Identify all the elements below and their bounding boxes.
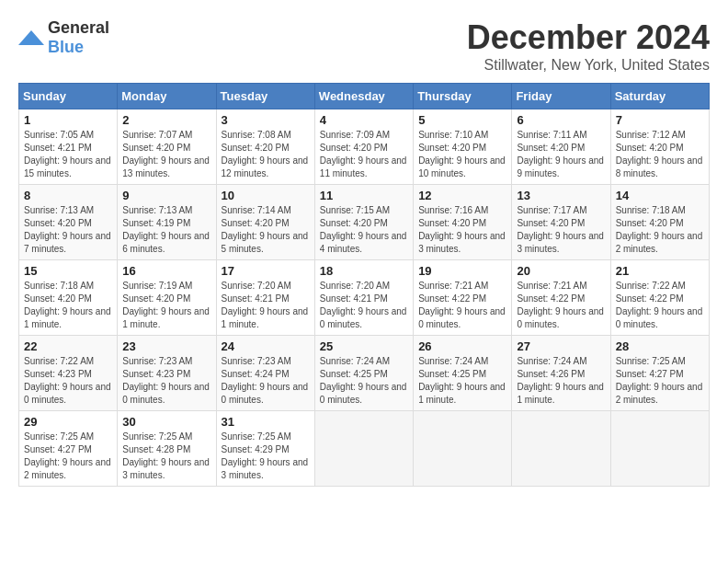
day-number: 28 [616,339,704,353]
day-info: Sunrise: 7:21 AMSunset: 4:22 PMDaylight:… [517,280,605,331]
calendar-cell: 14 Sunrise: 7:18 AMSunset: 4:20 PMDaylig… [610,185,709,260]
day-info: Sunrise: 7:16 AMSunset: 4:20 PMDaylight:… [418,204,506,256]
calendar-header-thursday: Thursday [414,84,512,109]
day-info: Sunrise: 7:25 AMSunset: 4:27 PMDaylight:… [24,431,112,482]
day-info: Sunrise: 7:08 AMSunset: 4:20 PMDaylight:… [222,129,310,180]
day-info: Sunrise: 7:25 AMSunset: 4:27 PMDaylight:… [616,355,704,407]
calendar-body: 1 Sunrise: 7:05 AMSunset: 4:21 PMDayligh… [19,109,710,487]
day-info: Sunrise: 7:18 AMSunset: 4:20 PMDaylight:… [616,204,704,256]
calendar-cell [512,411,610,487]
logo-blue: Blue [48,38,84,56]
day-number: 10 [222,189,310,202]
day-number: 25 [320,339,408,353]
day-number: 19 [418,264,506,278]
day-info: Sunrise: 7:21 AMSunset: 4:22 PMDaylight:… [418,280,506,331]
calendar-cell: 27 Sunrise: 7:24 AMSunset: 4:26 PMDaylig… [512,336,610,411]
day-info: Sunrise: 7:25 AMSunset: 4:28 PMDaylight:… [122,431,210,482]
day-info: Sunrise: 7:20 AMSunset: 4:21 PMDaylight:… [222,280,310,331]
day-info: Sunrise: 7:07 AMSunset: 4:20 PMDaylight:… [122,129,210,180]
day-info: Sunrise: 7:11 AMSunset: 4:20 PMDaylight:… [517,129,605,180]
calendar-cell: 13 Sunrise: 7:17 AMSunset: 4:20 PMDaylig… [512,185,610,260]
calendar-cell: 10 Sunrise: 7:14 AMSunset: 4:20 PMDaylig… [216,185,314,260]
calendar-cell: 29 Sunrise: 7:25 AMSunset: 4:27 PMDaylig… [19,411,118,487]
calendar-week-5: 29 Sunrise: 7:25 AMSunset: 4:27 PMDaylig… [19,411,710,487]
calendar-cell: 15 Sunrise: 7:18 AMSunset: 4:20 PMDaylig… [19,260,118,336]
day-number: 5 [418,113,506,127]
calendar-header-tuesday: Tuesday [216,84,314,109]
day-number: 14 [616,189,704,202]
calendar-cell: 21 Sunrise: 7:22 AMSunset: 4:22 PMDaylig… [610,260,709,336]
day-number: 8 [24,189,112,202]
calendar-header-wednesday: Wednesday [314,84,413,109]
calendar-cell: 6 Sunrise: 7:11 AMSunset: 4:20 PMDayligh… [512,109,610,185]
calendar-cell: 12 Sunrise: 7:16 AMSunset: 4:20 PMDaylig… [414,185,512,260]
calendar-cell: 31 Sunrise: 7:25 AMSunset: 4:29 PMDaylig… [216,411,314,487]
day-info: Sunrise: 7:19 AMSunset: 4:20 PMDaylight:… [122,280,210,331]
day-number: 27 [517,339,605,353]
calendar-cell: 16 Sunrise: 7:19 AMSunset: 4:20 PMDaylig… [118,260,216,336]
page-header: General Blue December 2024 Stillwater, N… [18,18,710,74]
calendar-header-row: SundayMondayTuesdayWednesdayThursdayFrid… [19,84,710,109]
day-info: Sunrise: 7:15 AMSunset: 4:20 PMDaylight:… [320,204,408,256]
calendar-cell: 2 Sunrise: 7:07 AMSunset: 4:20 PMDayligh… [118,109,216,185]
day-number: 13 [517,189,605,202]
day-number: 22 [24,339,112,353]
calendar-cell: 1 Sunrise: 7:05 AMSunset: 4:21 PMDayligh… [19,109,118,185]
calendar-week-3: 15 Sunrise: 7:18 AMSunset: 4:20 PMDaylig… [19,260,710,336]
day-info: Sunrise: 7:23 AMSunset: 4:24 PMDaylight:… [222,355,310,407]
calendar-cell: 11 Sunrise: 7:15 AMSunset: 4:20 PMDaylig… [314,185,413,260]
day-info: Sunrise: 7:24 AMSunset: 4:25 PMDaylight:… [320,355,408,407]
calendar-cell: 25 Sunrise: 7:24 AMSunset: 4:25 PMDaylig… [314,336,413,411]
calendar-cell [314,411,413,487]
day-info: Sunrise: 7:18 AMSunset: 4:20 PMDaylight:… [24,280,112,331]
calendar-cell: 5 Sunrise: 7:10 AMSunset: 4:20 PMDayligh… [414,109,512,185]
calendar-table: SundayMondayTuesdayWednesdayThursdayFrid… [18,83,710,487]
calendar-cell [610,411,709,487]
calendar-cell: 20 Sunrise: 7:21 AMSunset: 4:22 PMDaylig… [512,260,610,336]
calendar-cell: 19 Sunrise: 7:21 AMSunset: 4:22 PMDaylig… [414,260,512,336]
calendar-cell: 4 Sunrise: 7:09 AMSunset: 4:20 PMDayligh… [314,109,413,185]
day-info: Sunrise: 7:23 AMSunset: 4:23 PMDaylight:… [122,355,210,407]
calendar-week-4: 22 Sunrise: 7:22 AMSunset: 4:23 PMDaylig… [19,336,710,411]
calendar-header-saturday: Saturday [610,84,709,109]
day-info: Sunrise: 7:20 AMSunset: 4:21 PMDaylight:… [320,280,408,331]
calendar-cell: 30 Sunrise: 7:25 AMSunset: 4:28 PMDaylig… [118,411,216,487]
logo-icon [18,29,44,47]
day-number: 20 [517,264,605,278]
day-number: 17 [222,264,310,278]
calendar-cell: 23 Sunrise: 7:23 AMSunset: 4:23 PMDaylig… [118,336,216,411]
day-number: 7 [616,113,704,127]
calendar-cell [414,411,512,487]
day-info: Sunrise: 7:17 AMSunset: 4:20 PMDaylight:… [517,204,605,256]
day-number: 23 [122,339,210,353]
day-number: 1 [24,113,112,127]
day-number: 11 [320,189,408,202]
day-number: 9 [122,189,210,202]
title-area: December 2024 Stillwater, New York, Unit… [467,18,710,74]
day-info: Sunrise: 7:24 AMSunset: 4:26 PMDaylight:… [517,355,605,407]
calendar-cell: 18 Sunrise: 7:20 AMSunset: 4:21 PMDaylig… [314,260,413,336]
day-number: 30 [122,415,210,429]
day-info: Sunrise: 7:25 AMSunset: 4:29 PMDaylight:… [222,431,310,482]
day-number: 29 [24,415,112,429]
calendar-header-friday: Friday [512,84,610,109]
calendar-cell: 22 Sunrise: 7:22 AMSunset: 4:23 PMDaylig… [19,336,118,411]
day-number: 6 [517,113,605,127]
calendar-cell: 24 Sunrise: 7:23 AMSunset: 4:24 PMDaylig… [216,336,314,411]
calendar-cell: 9 Sunrise: 7:13 AMSunset: 4:19 PMDayligh… [118,185,216,260]
day-info: Sunrise: 7:12 AMSunset: 4:20 PMDaylight:… [616,129,704,180]
day-info: Sunrise: 7:24 AMSunset: 4:25 PMDaylight:… [418,355,506,407]
calendar-cell: 3 Sunrise: 7:08 AMSunset: 4:20 PMDayligh… [216,109,314,185]
subtitle: Stillwater, New York, United States [467,57,710,74]
calendar-header-sunday: Sunday [19,84,118,109]
calendar-cell: 17 Sunrise: 7:20 AMSunset: 4:21 PMDaylig… [216,260,314,336]
svg-marker-0 [18,30,44,45]
day-number: 4 [320,113,408,127]
day-number: 31 [222,415,310,429]
day-number: 16 [122,264,210,278]
day-info: Sunrise: 7:13 AMSunset: 4:19 PMDaylight:… [122,204,210,256]
logo-general: General [48,18,109,37]
day-number: 2 [122,113,210,127]
day-info: Sunrise: 7:09 AMSunset: 4:20 PMDaylight:… [320,129,408,180]
calendar-week-1: 1 Sunrise: 7:05 AMSunset: 4:21 PMDayligh… [19,109,710,185]
